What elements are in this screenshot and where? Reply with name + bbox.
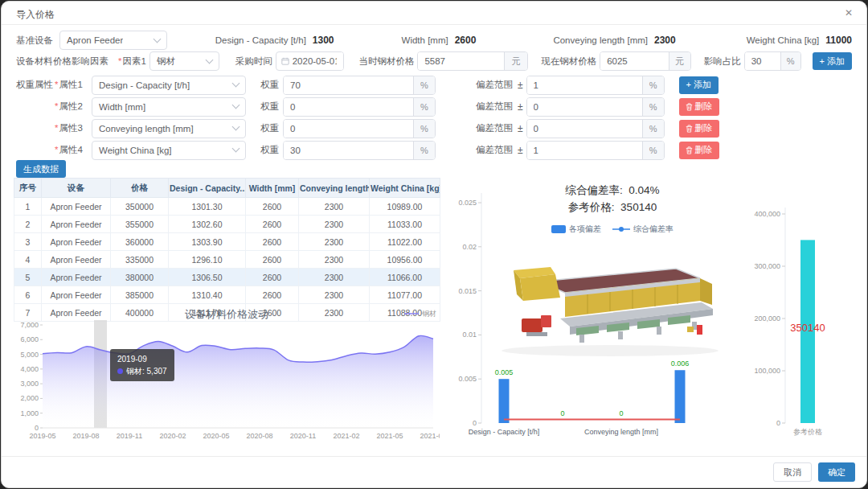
percent-unit: % [642,76,664,94]
close-icon[interactable]: ✕ [842,6,855,19]
chevron-down-icon [232,101,240,109]
table-cell: Apron Feeder [42,233,111,251]
add-attribute-button[interactable]: + 添加 [679,76,719,94]
table-row[interactable]: 1Apron Feeder3500001301.302600230010989.… [14,198,440,216]
weight-input[interactable] [284,120,413,138]
purchase-date-input[interactable] [276,51,345,71]
table-cell: 2300 [299,286,370,304]
table-cell: 1303.90 [169,233,246,251]
attribute-select[interactable]: Weight China [kg] [92,141,246,160]
deviation-range-label: 偏差范围 [476,144,513,156]
attribute-select[interactable]: Conveying length [mm] [92,119,246,138]
weight-label: 权重 [260,122,283,134]
svg-text:参考价格: 参考价格 [793,428,822,436]
base-equipment-label: 基准设备 [16,35,53,47]
svg-text:0.005: 0.005 [458,375,477,383]
now-price-input[interactable] [600,52,669,70]
table-cell: 2600 [246,251,299,269]
base-equipment-select[interactable]: Apron Feeder [59,31,167,50]
table-cell: 11077.00 [370,286,440,304]
svg-text:2020-02: 2020-02 [159,432,186,440]
svg-text:350140: 350140 [790,322,825,334]
range-input[interactable] [527,142,642,159]
impact-ratio-input-group: % [744,51,801,71]
delete-attribute-button[interactable]: 删除 [679,142,719,159]
chevron-down-icon [153,35,161,43]
table-cell: 3 [14,233,42,251]
svg-text:2020-11: 2020-11 [290,432,316,440]
now-price-input-group: 元 [600,51,691,71]
spec-design-capacity: Design - Capacity [t/h] 1300 [215,35,334,46]
range-input-group: % [526,76,665,95]
table-row[interactable]: 2Apron Feeder3550001302.602600230011033.… [14,216,440,233]
confirm-button[interactable]: 确定 [818,462,855,482]
svg-text:2019-11: 2019-11 [117,432,142,440]
then-price-input-group: 元 [417,51,528,71]
range-input[interactable] [527,120,642,138]
then-price-input[interactable] [418,52,504,70]
range-input[interactable] [527,76,642,94]
chevron-down-icon [205,55,213,64]
svg-text:2020-05: 2020-05 [203,432,229,440]
delete-attribute-button[interactable]: 删除 [679,120,719,138]
svg-text:2021-02: 2021-02 [333,432,359,440]
table-row[interactable]: 6Apron Feeder3850001310.402600230011077.… [14,286,440,304]
weight-attribute-row: *属性2Width [mm]权重%偏差范围±%删除 [16,96,852,117]
svg-text:0.025: 0.025 [458,199,477,207]
svg-text:Design - Capacity [t/h]: Design - Capacity [t/h] [469,428,540,436]
impact-ratio-label: 影响占比 [704,55,741,68]
svg-text:2019-08: 2019-08 [72,432,99,440]
impact-ratio-input[interactable] [745,52,780,70]
cancel-button[interactable]: 取消 [773,462,812,482]
table-row[interactable]: 5Apron Feeder3800001306.502600230011066.… [14,269,440,286]
svg-text:0: 0 [776,419,780,427]
weight-input-group: % [283,141,436,160]
spec-weight-china: Weight China [kg] 11000 [747,35,852,46]
table-cell: 11022.00 [370,233,440,251]
range-input-group: % [526,141,665,160]
delete-attribute-button[interactable]: 删除 [679,98,719,116]
svg-text:100,000: 100,000 [754,367,780,375]
add-factor-button[interactable]: + 添加 [813,52,852,70]
table-cell: 335000 [111,251,169,269]
trash-icon [686,125,693,133]
svg-text:0.02: 0.02 [462,243,477,251]
trash-icon [686,103,693,111]
dialog-titlebar: 导入价格 ✕ [2,2,866,25]
range-input-group: % [526,119,665,138]
then-price-label: 当时钢材价格 [358,55,414,68]
svg-text:5,000: 5,000 [20,351,39,359]
weight-input[interactable] [284,76,413,94]
table-row[interactable]: 3Apron Feeder3600001303.902600230011022.… [14,233,440,251]
svg-text:Conveying length [mm]: Conveying length [mm] [584,428,658,436]
plus-minus-sign: ± [518,80,523,91]
weight-input[interactable] [284,98,413,116]
table-cell: Apron Feeder [42,198,111,216]
chevron-down-icon [232,145,240,153]
percent-unit: % [642,98,664,116]
table-cell: 2600 [246,233,299,251]
plus-minus-sign: ± [518,123,523,134]
attribute-select[interactable]: Width [mm] [92,97,246,117]
percent-unit: % [642,120,664,138]
factor-material-select[interactable]: 钢材 [149,51,219,71]
weight-label: 权重 [260,101,283,113]
table-cell: 1301.30 [169,198,246,216]
material-factor-row: 设备材料价格影响因素 *因素1 钢材 采购时间 当时钢材价格 元 现在钢材价格 … [16,51,852,72]
svg-text:0: 0 [473,419,477,427]
svg-text:300,000: 300,000 [754,262,780,270]
equipment-3d-image [489,257,731,362]
attribute-select[interactable]: Design - Capacity [t/h] [92,76,246,95]
table-cell: 1 [14,198,42,216]
table-cell: 2300 [299,269,370,286]
generate-data-button[interactable]: 生成数据 [16,160,66,178]
range-input[interactable] [527,98,642,116]
svg-text:4,000: 4,000 [20,365,39,373]
table-cell: 10956.00 [370,251,440,269]
svg-text:2021-08: 2021-08 [420,432,440,440]
svg-text:2,000: 2,000 [20,394,39,402]
yuan-unit: 元 [504,52,527,70]
weight-input[interactable] [284,142,413,159]
table-row[interactable]: 4Apron Feeder3350001296.102600230010956.… [14,251,440,269]
table-cell: 2600 [246,269,299,286]
